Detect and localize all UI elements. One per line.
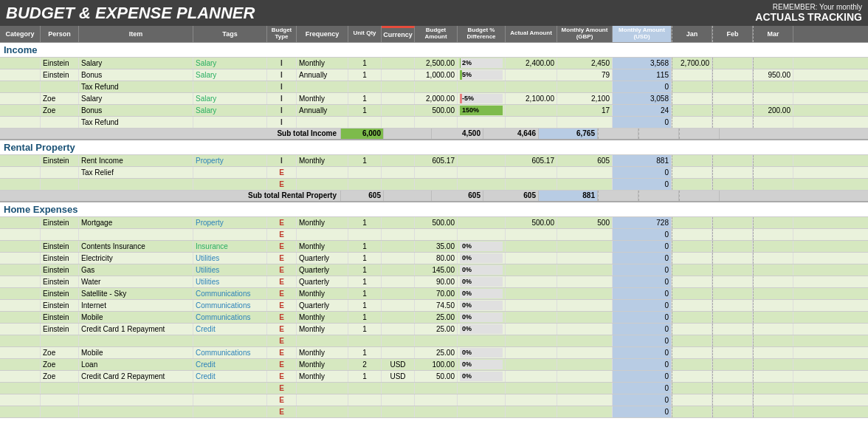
cell-actual-amount: 605.17 xyxy=(506,155,557,166)
cell-tags: Utilities xyxy=(193,264,267,276)
rental-subtotal-gbp: 605 xyxy=(483,191,539,201)
cell-frequency: Monthly xyxy=(297,217,348,228)
cell-monthly-usd: 0 xyxy=(613,81,672,92)
home-header: Home Expenses xyxy=(0,202,868,217)
cell-budget-amount: 145.00 xyxy=(415,264,458,276)
table-row: ZoeSalarySalaryIMonthly12,000.00 -5% 2,1… xyxy=(0,93,868,105)
table-row: E0 xyxy=(0,394,868,406)
cell-monthly-gbp xyxy=(557,288,613,299)
cell-budget-type: E xyxy=(267,300,297,311)
cell-jan xyxy=(672,105,712,116)
cell-unit-qty: 1 xyxy=(348,276,382,287)
cell-unit-qty: 1 xyxy=(348,288,382,299)
cell-budget-amount xyxy=(415,167,458,178)
cell-budget-amount: 500.00 xyxy=(415,105,458,116)
cell-tags: Utilities xyxy=(193,253,267,264)
cell-unit-qty: 1 xyxy=(348,155,382,166)
cell-mar xyxy=(753,324,793,335)
cell-item: Bonus xyxy=(79,69,193,81)
cell-budget-amount xyxy=(415,179,458,190)
cell-feb xyxy=(712,58,753,69)
cell-monthly-gbp xyxy=(557,253,613,264)
col-feb: Feb xyxy=(712,26,753,42)
income-subtotal-feb xyxy=(638,129,679,139)
cell-person: Einstein xyxy=(41,69,79,81)
cell-monthly-usd: 728 xyxy=(613,217,672,228)
cell-unit-qty xyxy=(348,81,382,92)
cell-person: Zoe xyxy=(41,105,79,116)
cell-tags: Communications xyxy=(193,288,267,299)
cell-budget-type: E xyxy=(267,241,297,252)
cell-unit-qty xyxy=(348,335,382,346)
cell-currency xyxy=(382,276,415,287)
cell-tags: Credit xyxy=(193,324,267,335)
table-row: Tax RefundI0 xyxy=(0,81,868,93)
cell-unit-qty: 1 xyxy=(348,371,382,382)
cell-mar xyxy=(753,93,793,104)
cell-budget-amount: 500.00 xyxy=(415,217,458,228)
cell-budget-pct xyxy=(458,335,506,346)
cell-tags: Insurance xyxy=(193,241,267,252)
cell-unit-qty: 1 xyxy=(348,93,382,104)
cell-actual-amount xyxy=(506,229,557,240)
cell-budget-pct xyxy=(458,229,506,240)
cell-monthly-usd: 0 xyxy=(613,179,672,190)
cell-monthly-gbp xyxy=(557,167,613,178)
cell-person xyxy=(41,81,79,92)
table-row: EinsteinWaterUtilitiesEQuarterly190.00 0… xyxy=(0,276,868,288)
cell-budget-pct: 0% xyxy=(458,264,506,276)
cell-mar: 200.00 xyxy=(753,105,793,116)
cell-item: Electricity xyxy=(79,253,193,264)
cell-currency xyxy=(382,264,415,276)
cell-budget-pct: 0% xyxy=(458,300,506,311)
cell-item: Mortgage xyxy=(79,217,193,228)
cell-monthly-usd: 0 xyxy=(613,167,672,178)
cell-mar xyxy=(753,217,793,228)
table-row: EinsteinGasUtilitiesEQuarterly1145.00 0%… xyxy=(0,264,868,276)
cell-frequency: Monthly xyxy=(297,359,348,370)
cell-budget-type: E xyxy=(267,347,297,358)
cell-currency: USD xyxy=(382,371,415,382)
cell-unit-qty: 1 xyxy=(348,347,382,358)
cell-budget-amount xyxy=(415,383,458,394)
cell-unit-qty: 1 xyxy=(348,69,382,81)
cell-frequency: Annually xyxy=(297,69,348,81)
cell-category xyxy=(0,359,41,370)
cell-monthly-usd: 0 xyxy=(613,383,672,394)
cell-frequency: Quarterly xyxy=(297,264,348,276)
cell-budget-amount: 74.50 xyxy=(415,300,458,311)
cell-jan xyxy=(672,324,712,335)
col-tags: Tags xyxy=(193,26,267,42)
cell-monthly-gbp: 605 xyxy=(557,155,613,166)
col-budget-type: Budget Type xyxy=(267,26,297,42)
income-subtotal-actual: 4,500 xyxy=(432,129,483,139)
cell-unit-qty xyxy=(348,383,382,394)
rental-subtotal-feb xyxy=(638,191,679,201)
cell-unit-qty xyxy=(348,117,382,128)
cell-frequency: Monthly xyxy=(297,155,348,166)
cell-unit-qty: 1 xyxy=(348,312,382,323)
cell-actual-amount xyxy=(506,347,557,358)
cell-jan xyxy=(672,69,712,81)
cell-tags xyxy=(193,81,267,92)
cell-frequency: Monthly xyxy=(297,347,348,358)
cell-currency xyxy=(382,167,415,178)
cell-budget-pct xyxy=(458,394,506,406)
rental-subtotal-budget: 605 xyxy=(341,191,384,201)
cell-person xyxy=(41,335,79,346)
col-mar: Mar xyxy=(753,26,793,42)
col-unit-qty: Unit Qty xyxy=(348,26,382,42)
app-container: BUDGET & EXPENSE PLANNER REMEMBER: Your … xyxy=(0,0,868,441)
cell-actual-amount xyxy=(506,371,557,382)
col-jan: Jan xyxy=(672,26,712,42)
cell-monthly-gbp xyxy=(557,383,613,394)
cell-monthly-usd: 0 xyxy=(613,312,672,323)
col-person: Person xyxy=(41,26,79,42)
cell-currency xyxy=(382,155,415,166)
cell-jan xyxy=(672,359,712,370)
cell-jan xyxy=(672,93,712,104)
cell-budget-type: E xyxy=(267,264,297,276)
cell-mar xyxy=(753,229,793,240)
cell-actual-amount xyxy=(506,69,557,81)
cell-person xyxy=(41,167,79,178)
